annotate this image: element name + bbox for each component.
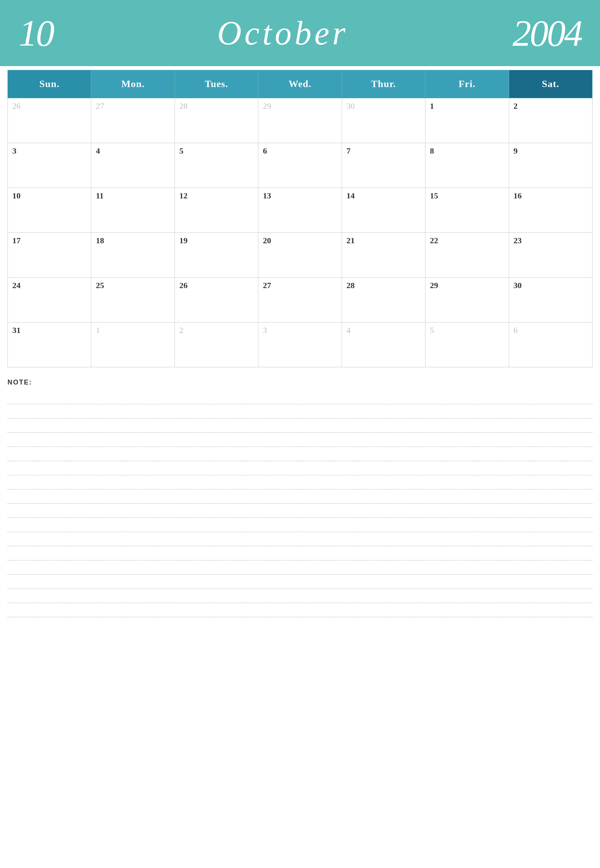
day-cell[interactable]: 5 xyxy=(174,143,258,188)
day-cell[interactable]: 21 xyxy=(342,233,425,278)
day-cell[interactable]: 14 xyxy=(342,188,425,233)
calendar-week-row: 10111213141516 xyxy=(8,188,592,233)
days-header-row: Sun. Mon. Tues. Wed. Thur. Fri. Sat. xyxy=(8,70,592,98)
calendar-week-row: 262728293012 xyxy=(8,98,592,143)
note-line xyxy=(8,532,592,546)
day-cell[interactable]: 17 xyxy=(8,233,91,278)
note-line xyxy=(8,404,592,419)
day-cell[interactable]: 16 xyxy=(509,188,592,233)
day-cell[interactable]: 12 xyxy=(174,188,258,233)
note-lines xyxy=(8,390,592,617)
note-line xyxy=(8,603,592,617)
day-cell[interactable]: 30 xyxy=(342,98,425,143)
note-line xyxy=(8,461,592,475)
note-line xyxy=(8,518,592,532)
day-cell[interactable]: 11 xyxy=(91,188,174,233)
day-cell[interactable]: 30 xyxy=(509,278,592,322)
day-cell[interactable]: 22 xyxy=(426,233,509,278)
header-wed: Wed. xyxy=(258,70,342,98)
day-cell[interactable]: 27 xyxy=(91,98,174,143)
month-number: 10 xyxy=(19,15,53,52)
day-cell[interactable]: 6 xyxy=(258,143,342,188)
note-line xyxy=(8,475,592,490)
day-cell[interactable]: 8 xyxy=(426,143,509,188)
day-cell[interactable]: 29 xyxy=(426,278,509,322)
day-cell[interactable]: 2 xyxy=(174,322,258,367)
note-line xyxy=(8,447,592,461)
year: 2004 xyxy=(512,15,581,52)
header-mon: Mon. xyxy=(91,70,174,98)
day-cell[interactable]: 29 xyxy=(258,98,342,143)
note-line xyxy=(8,561,592,575)
calendar-header: 10 October 2004 xyxy=(0,0,600,66)
calendar-week-row: 17181920212223 xyxy=(8,233,592,278)
day-cell[interactable]: 24 xyxy=(8,278,91,322)
day-cell[interactable]: 31 xyxy=(8,322,91,367)
day-cell[interactable]: 7 xyxy=(342,143,425,188)
note-line xyxy=(8,490,592,504)
day-cell[interactable]: 9 xyxy=(509,143,592,188)
day-cell[interactable]: 27 xyxy=(258,278,342,322)
day-cell[interactable]: 2 xyxy=(509,98,592,143)
calendar-week-row: 3456789 xyxy=(8,143,592,188)
header-tue: Tues. xyxy=(174,70,258,98)
day-cell[interactable]: 10 xyxy=(8,188,91,233)
note-line xyxy=(8,390,592,404)
day-cell[interactable]: 4 xyxy=(91,143,174,188)
note-line xyxy=(8,546,592,561)
note-line xyxy=(8,504,592,518)
note-label: NOTE: xyxy=(8,378,592,386)
note-line xyxy=(8,433,592,447)
note-line xyxy=(8,589,592,603)
day-cell[interactable]: 18 xyxy=(91,233,174,278)
day-cell[interactable]: 15 xyxy=(426,188,509,233)
calendar-container: Sun. Mon. Tues. Wed. Thur. Fri. Sat. 262… xyxy=(0,66,600,367)
day-cell[interactable]: 1 xyxy=(91,322,174,367)
day-cell[interactable]: 26 xyxy=(174,278,258,322)
note-section: NOTE: xyxy=(0,367,600,617)
calendar-grid: Sun. Mon. Tues. Wed. Thur. Fri. Sat. 262… xyxy=(8,70,592,367)
header-thu: Thur. xyxy=(342,70,425,98)
day-cell[interactable]: 6 xyxy=(509,322,592,367)
calendar-week-row: 31123456 xyxy=(8,322,592,367)
day-cell[interactable]: 4 xyxy=(342,322,425,367)
header-sun: Sun. xyxy=(8,70,91,98)
day-cell[interactable]: 13 xyxy=(258,188,342,233)
day-cell[interactable]: 1 xyxy=(426,98,509,143)
day-cell[interactable]: 3 xyxy=(8,143,91,188)
header-fri: Fri. xyxy=(426,70,509,98)
day-cell[interactable]: 20 xyxy=(258,233,342,278)
day-cell[interactable]: 28 xyxy=(174,98,258,143)
day-cell[interactable]: 28 xyxy=(342,278,425,322)
header-sat: Sat. xyxy=(509,70,592,98)
day-cell[interactable]: 23 xyxy=(509,233,592,278)
note-line xyxy=(8,419,592,433)
note-line xyxy=(8,575,592,589)
day-cell[interactable]: 25 xyxy=(91,278,174,322)
day-cell[interactable]: 5 xyxy=(426,322,509,367)
day-cell[interactable]: 3 xyxy=(258,322,342,367)
month-name: October xyxy=(53,14,512,52)
day-cell[interactable]: 19 xyxy=(174,233,258,278)
calendar-week-row: 24252627282930 xyxy=(8,278,592,322)
day-cell[interactable]: 26 xyxy=(8,98,91,143)
